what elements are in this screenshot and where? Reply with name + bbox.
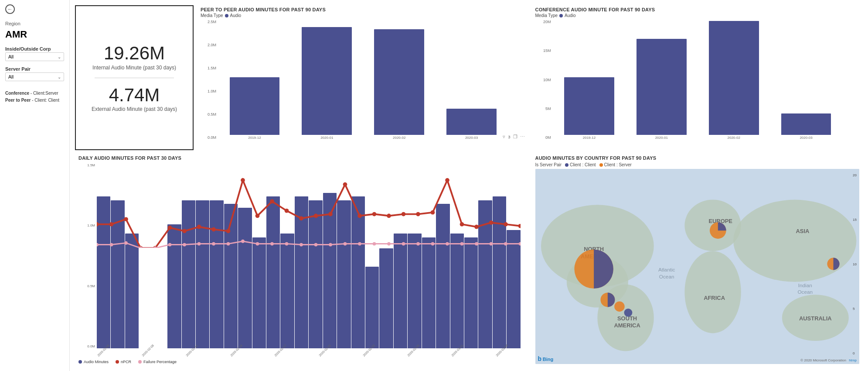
daily-bar — [167, 224, 181, 348]
map-title: AUDIO MINUTES BY COUNTRY FOR PAST 90 DAY… — [535, 155, 860, 161]
conf-media-type-label: Media Type — [535, 13, 558, 18]
conf-bars-wrapper: 2019-122020-012020-022020-03 — [554, 20, 842, 140]
peer-chart-area: 2.5M 2.0M 1.5M 1.0M 0.5M 0.0M 2019-12202… — [201, 20, 525, 148]
filter-inside-outside: Inside/Outside Corp All ⌄ — [5, 46, 64, 61]
peer-bar-group: 2019-12 — [219, 20, 290, 140]
conf-bar-label: 2020-03 — [800, 136, 812, 140]
daily-chart-panel: DAILY AUDIO MINUTES FOR PAST 30 DAYS 1.5… — [73, 152, 530, 368]
conf-bar-group: 2019-12 — [554, 20, 625, 140]
peer-chart-panel: PEER TO PEER AUDIO MINUTES FOR PAST 90 D… — [195, 3, 530, 152]
daily-bar — [408, 234, 421, 348]
kpi-desc-external: External Audio Minute (past 30 days) — [92, 106, 177, 112]
region-label: Region — [5, 21, 64, 26]
svg-text:AMERICA: AMERICA — [614, 322, 640, 329]
peer-y-axis: 2.5M 2.0M 1.5M 1.0M 0.5M 0.0M — [201, 20, 218, 140]
conf-bar — [564, 77, 614, 135]
kpi-card: 19.26M Internal Audio Minute (past 30 da… — [75, 5, 194, 150]
map-legend-label: Is Server Pair — [535, 162, 562, 167]
map-container: Atlantic Ocean Indian Ocean NORTH AMERIC… — [535, 169, 860, 364]
filter2-select[interactable]: All ⌄ — [5, 72, 64, 81]
conf-bar-label: 2020-02 — [728, 136, 740, 140]
filter1-select[interactable]: All ⌄ — [5, 52, 64, 61]
peer-bar-group: 2020-03 — [436, 20, 507, 140]
svg-text:Ocean: Ocean — [797, 289, 813, 295]
map-client-server-legend: Client : Server — [599, 162, 632, 167]
daily-legend: Audio Minutes nPCR Failure Percentage — [78, 360, 525, 364]
expand-icon[interactable]: ❐ — [513, 134, 517, 140]
peer-bar-label: 2020-03 — [465, 136, 478, 140]
daily-bar — [266, 196, 280, 348]
region-value: AMR — [5, 29, 64, 40]
sidebar-legend: Conference - Client:Server Peer to Peer … — [5, 90, 64, 104]
legend-fail: Failure Percentage — [138, 360, 177, 364]
conf-bar-group: 2020-01 — [626, 20, 697, 140]
kpi-value-external: 4.74M — [92, 85, 177, 105]
conf-chart-area: 20M 15M 10M 5M 0M 2019-122020-012020-022… — [535, 20, 860, 148]
daily-bar — [422, 237, 436, 348]
svg-text:ASIA: ASIA — [796, 228, 809, 234]
p2p-legend-label: Peer to Peer — [5, 98, 31, 103]
peer-bar — [302, 27, 352, 135]
chevron-down-icon: ⌄ — [58, 55, 61, 59]
daily-bar — [379, 248, 393, 348]
more-icon[interactable]: ⋯ — [520, 134, 525, 140]
peer-media-type-label: Media Type — [201, 13, 223, 18]
conference-legend-desc: - Client:Server — [29, 91, 58, 96]
conf-bar — [709, 21, 759, 135]
conf-bar-label: 2019-12 — [583, 136, 596, 140]
conf-y-axis: 20M 15M 10M 5M 0M — [535, 20, 553, 140]
map-client-client-legend: Client : Client — [565, 162, 596, 167]
kpi-value-internal: 19.26M — [92, 43, 176, 63]
daily-x-labels: 2020-02-052020-02-082020-02-112020-02-14… — [97, 355, 521, 358]
daily-bar — [252, 237, 266, 348]
back-icon: ← — [5, 4, 15, 14]
conf-media-dot — [559, 14, 563, 17]
daily-bar — [224, 204, 238, 348]
peer-bar-group: 2020-01 — [291, 20, 363, 140]
daily-bar — [394, 234, 407, 348]
filter-badge: 3 — [508, 135, 510, 139]
kpi-block-external: 4.74M External Audio Minute (past 30 day… — [92, 85, 177, 112]
peer-chart-subtitle: Media Type Audio — [201, 13, 525, 18]
peer-bars-wrapper: 2019-122020-012020-022020-03 — [219, 20, 507, 140]
chevron-down-icon2: ⌄ — [58, 75, 61, 79]
daily-bar — [295, 196, 308, 348]
peer-bar-group: 2020-02 — [364, 20, 435, 140]
daily-bar — [493, 196, 506, 348]
bing-logo: b Bing — [538, 355, 554, 362]
daily-bar — [365, 267, 379, 348]
svg-point-83 — [624, 309, 632, 317]
dashboard: ← Region AMR Inside/Outside Corp All ⌄ S… — [0, 0, 868, 371]
svg-point-66 — [733, 200, 856, 282]
filter2-value: All — [8, 74, 14, 79]
daily-chart-title: DAILY AUDIO MINUTES FOR PAST 30 DAYS — [78, 155, 525, 161]
filter-icon[interactable]: ▿ — [503, 134, 505, 140]
audio-legend-dot — [78, 360, 82, 364]
svg-text:Indian: Indian — [798, 282, 812, 288]
daily-bar — [210, 200, 223, 348]
daily-bar — [323, 193, 337, 348]
main-content: 19.26M Internal Audio Minute (past 30 da… — [70, 0, 868, 371]
svg-point-65 — [684, 251, 741, 333]
back-button[interactable]: ← — [5, 4, 64, 14]
sidebar: ← Region AMR Inside/Outside Corp All ⌄ S… — [0, 0, 70, 371]
npcr-legend-dot — [116, 360, 119, 364]
conference-legend-label: Conference — [5, 91, 29, 96]
daily-bars-area — [97, 163, 521, 348]
peer-chart-title: PEER TO PEER AUDIO MINUTES FOR PAST 90 D… — [201, 7, 525, 12]
p2p-legend-desc: - Client: Client — [31, 98, 59, 103]
kpi-divider — [95, 78, 174, 78]
audio-legend-label: Audio Minutes — [84, 360, 109, 364]
daily-bar — [196, 200, 209, 348]
client-server-label: Client : Server — [604, 162, 632, 167]
conf-bar-group: 2020-03 — [770, 20, 842, 140]
daily-bar — [478, 200, 492, 348]
peer-media-dot — [225, 14, 228, 17]
conf-bar — [637, 39, 687, 135]
fail-legend-dot — [138, 360, 142, 364]
client-server-dot — [599, 163, 603, 167]
htmp-link[interactable]: htmp — [849, 358, 857, 362]
legend-npcr: nPCR — [116, 360, 131, 364]
filter1-value: All — [8, 54, 14, 59]
conf-chart-panel: CONFERENCE AUDIO MINUTE FOR PAST 90 DAYS… — [530, 3, 865, 152]
